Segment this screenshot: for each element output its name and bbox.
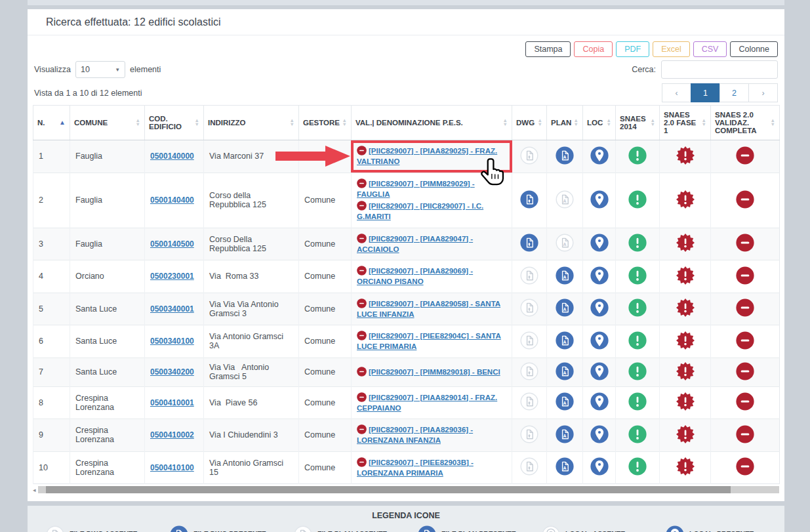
plan-file-icon[interactable]: A xyxy=(556,457,574,476)
location-pin-icon[interactable] xyxy=(590,457,609,476)
comune-cell: Fauglia xyxy=(70,228,145,260)
cod-edificio-cell: 0500410002 xyxy=(145,419,204,452)
dwg-file-icon xyxy=(520,331,538,350)
plan-file-icon-cell: A xyxy=(547,386,583,419)
pagination-page-2[interactable]: 2 xyxy=(719,83,749,102)
indirizzo-cell: Via Via Via Antonio Gramsci 3 xyxy=(204,293,299,325)
building-code-link[interactable]: 0500140000 xyxy=(150,152,194,161)
export-copia-button[interactable]: Copia xyxy=(574,41,613,57)
export-csv-button[interactable]: CSV xyxy=(693,41,727,57)
export-excel-button[interactable]: Excel xyxy=(653,41,690,57)
location-pin-icon[interactable] xyxy=(590,331,609,350)
pes-link[interactable]: [PIIC829007] - [PIAA829069] - ORCIANO PI… xyxy=(357,267,473,285)
location-pin-icon[interactable] xyxy=(590,392,609,411)
table-row: 2Fauglia0500140400Corso della Repubblica… xyxy=(33,173,780,228)
pagination-next-button[interactable]: › xyxy=(748,83,778,102)
horizontal-scrollbar[interactable]: ◂ xyxy=(33,486,779,493)
gestore-cell: Comune xyxy=(299,358,352,386)
building-code-link[interactable]: 0500140400 xyxy=(150,195,194,205)
building-code-link[interactable]: 0500410100 xyxy=(150,463,194,472)
pes-link[interactable]: [PIIC829007] - [PIEE82904C] - SANTA LUCE… xyxy=(357,332,501,350)
pes-link[interactable]: [PIIC829007] - [PIAA829036] - LORENZANA … xyxy=(357,426,473,444)
snaes-20-validaz-status-icon-cell xyxy=(711,228,780,260)
location-pin-icon[interactable] xyxy=(590,362,609,380)
pes-link[interactable]: [PIIC829007] - [PIEE82903B] - LORENZANA … xyxy=(357,459,474,477)
pagination-page-1[interactable]: 1 xyxy=(691,83,720,102)
column-header-val-denominazione-p-e-s[interactable]: VAL.| DENOMINAZIONE P.E.S.▲▼ xyxy=(352,106,512,140)
dwg-file-icon-cell xyxy=(512,325,547,358)
chevron-down-icon: ▼ xyxy=(115,67,120,73)
dwg-file-icon[interactable] xyxy=(520,234,538,252)
legend-item: AFILE PLAN ASSENTE xyxy=(285,525,403,532)
column-header-indirizzo[interactable]: INDIRIZZO▲▼ xyxy=(204,106,299,140)
plan-file-icon[interactable]: A xyxy=(556,298,574,317)
sort-icon: ▲▼ xyxy=(538,119,542,127)
pagination-prev-button[interactable]: ‹ xyxy=(662,83,691,102)
comune-cell: Santa Luce xyxy=(70,293,145,325)
column-header-cod-edificio[interactable]: COD. EDIFICIO▲▼ xyxy=(145,106,204,140)
column-header-dwg[interactable]: DWG▲▼ xyxy=(512,106,547,140)
building-code-link[interactable]: 0500410001 xyxy=(150,398,194,407)
export-pdf-button[interactable]: PDF xyxy=(616,41,649,57)
plan-file-icon[interactable]: A xyxy=(556,425,574,443)
column-header-plan[interactable]: PLAN▲▼ xyxy=(547,106,583,140)
gestore-cell: Comune xyxy=(299,325,352,358)
plan-file-icon[interactable]: A xyxy=(556,331,574,350)
building-code-link[interactable]: 0500340200 xyxy=(150,367,194,377)
search-input[interactable] xyxy=(661,60,778,79)
pes-link[interactable]: [PIIC829007] - [PIAA829047] - ACCIAIOLO xyxy=(357,235,473,253)
dwg-file-icon xyxy=(520,146,538,165)
export-colonne-button[interactable]: Colonne xyxy=(730,41,778,57)
pes-link[interactable]: [PIIC829007] - [PIIC829007] - I.C. G.MAR… xyxy=(357,202,483,220)
pagination: ‹12› xyxy=(662,83,778,102)
plan-file-icon[interactable]: A xyxy=(556,266,574,285)
pes-link[interactable]: [PIIC829007] - [PIAA829025] - FRAZ. VALT… xyxy=(357,147,497,165)
column-header-comune[interactable]: COMUNE▲▼ xyxy=(70,106,145,140)
legend-label: FILE PLAN ASSENTE xyxy=(317,529,387,532)
pes-link[interactable]: [PIIC829007] - [PIAA829058] - SANTA LUCE… xyxy=(357,300,500,318)
location-pin-icon[interactable] xyxy=(590,266,609,285)
non-validato-minus-icon xyxy=(357,331,367,340)
cod-edificio-cell: 0500140500 xyxy=(145,228,204,260)
cod-edificio-cell: 0500140000 xyxy=(145,140,204,173)
location-pin-icon[interactable] xyxy=(590,298,609,317)
column-header-snaes-2-0-validaz-completa[interactable]: SNAES 2.0 VALIDAZ. COMPLETA▲▼ xyxy=(711,106,780,140)
indirizzo-cell: Corso della Repubblica 125 xyxy=(204,173,299,228)
column-header-snaes-2-0-fase-1[interactable]: SNAES 2.0 FASE 1▲▼ xyxy=(660,106,711,140)
location-pin-icon[interactable] xyxy=(590,425,609,443)
building-code-link[interactable]: 0500140500 xyxy=(150,239,194,249)
building-code-link[interactable]: 0500230001 xyxy=(150,272,194,281)
legend-item: LOCAL. PRESENTE xyxy=(657,525,775,532)
scroll-left-icon[interactable]: ◂ xyxy=(33,487,36,493)
building-code-link[interactable]: 0500340100 xyxy=(150,337,194,346)
export-stampa-button[interactable]: Stampa xyxy=(525,41,571,57)
plan-file-icon[interactable]: A xyxy=(556,392,574,411)
scrollbar-thumb[interactable] xyxy=(46,486,731,493)
pes-cell: [PIIC829007] - [PIAA829014] - FRAZ. CEPP… xyxy=(352,386,512,419)
building-code-link[interactable]: 0500410002 xyxy=(150,430,194,440)
pes-link[interactable]: [PIIC829007] - [PIMM829018] - BENCI xyxy=(369,368,500,376)
indirizzo-cell: Via Via Antonio Gramsci 5 xyxy=(204,358,299,386)
scrollbar-track[interactable] xyxy=(38,486,779,493)
location-pin-icon[interactable] xyxy=(590,190,609,209)
pes-link[interactable]: [PIIC829007] - [PIAA829014] - FRAZ. CEPP… xyxy=(357,394,497,412)
column-header-snaes-2014[interactable]: SNAES 2014▲▼ xyxy=(616,106,660,140)
dwg-file-icon[interactable] xyxy=(520,190,538,209)
dwg-file-icon-cell xyxy=(512,173,547,228)
building-code-link[interactable]: 0500340001 xyxy=(150,304,194,314)
column-header-gestore[interactable]: GESTORE▲▼ xyxy=(299,106,352,140)
non-validato-minus-icon xyxy=(357,146,367,155)
legend-label: LOCAL. PRESENTE xyxy=(689,529,754,532)
pes-link[interactable]: [PIIC829007] - [PIMM829029] - FAUGLIA xyxy=(357,180,475,198)
row-number: 9 xyxy=(33,419,70,452)
location-pin-icon[interactable] xyxy=(590,234,609,252)
plan-file-icon[interactable]: A xyxy=(556,146,574,165)
column-header-loc[interactable]: LOC▲▼ xyxy=(583,106,616,140)
table-row: 3Fauglia0500140500Corso Della Repubblica… xyxy=(33,228,780,260)
row-number: 5 xyxy=(33,293,70,325)
plan-file-icon[interactable]: A xyxy=(556,362,574,380)
column-header-n[interactable]: N.▲ xyxy=(33,106,70,140)
snaes-2014-status-icon xyxy=(628,425,647,443)
location-pin-icon[interactable] xyxy=(590,146,609,165)
page-length-select[interactable]: 10 ▼ xyxy=(75,61,125,78)
